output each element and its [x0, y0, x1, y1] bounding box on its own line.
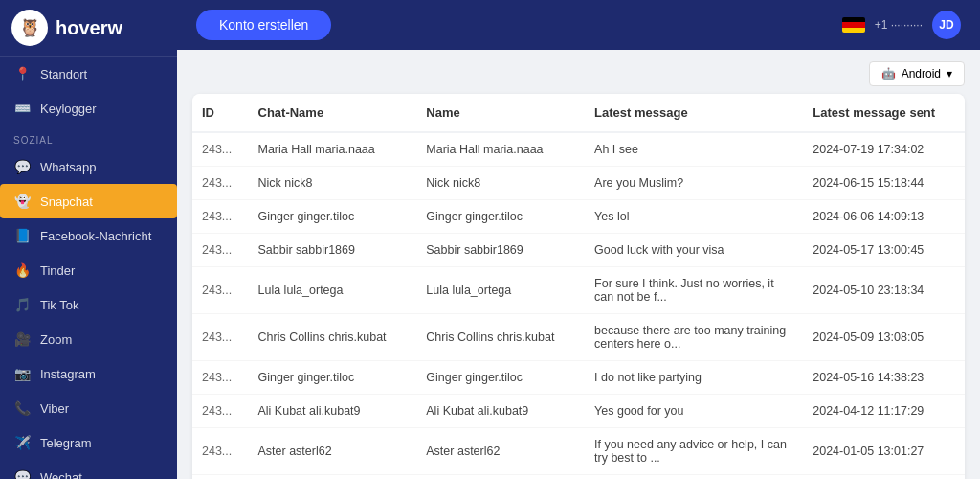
sidebar-item-instagram[interactable]: 📷 Instagram	[0, 356, 177, 391]
sidebar-item-tinder[interactable]: 🔥 Tinder	[0, 253, 177, 287]
cell-id: 243...	[192, 167, 249, 200]
location-icon: 📍	[13, 66, 31, 81]
sidebar: 🦉 hoverw 📍 Standort ⌨️ Keylogger SOZIAL …	[0, 0, 177, 479]
logo: 🦉 hoverw	[0, 0, 177, 57]
cell-chat-name: Sabbir sabbir1869	[249, 234, 417, 267]
sidebar-item-telegram[interactable]: ✈️ Telegram	[0, 425, 177, 460]
cell-id: 243...	[192, 428, 249, 475]
tinder-icon: 🔥	[13, 262, 31, 278]
sidebar-item-label: Whatsapp	[40, 160, 97, 174]
col-name: Name	[416, 94, 585, 132]
facebook-icon: 📘	[13, 228, 31, 243]
cell-sent: 2024-07-19 17:34:02	[803, 132, 965, 167]
sidebar-item-label: Keylogger	[40, 102, 97, 116]
owl-emoji: 🦉	[19, 17, 40, 38]
header: Konto erstellen +1 ·········· JD	[177, 0, 980, 50]
sidebar-item-tiktok[interactable]: 🎵 Tik Tok	[0, 287, 177, 322]
sidebar-item-label: Tinder	[40, 263, 75, 278]
cell-id: 243...	[192, 395, 249, 428]
flag-icon	[842, 17, 865, 33]
cell-message: Yes lol	[585, 200, 803, 234]
cell-chat-name: Aster asterl62	[249, 428, 417, 475]
cell-name: Chris Collins chris.kubat	[416, 314, 585, 361]
keyboard-icon: ⌨️	[13, 101, 31, 116]
table-row: 243... Nick nick8 Nick nick8 Are you Mus…	[192, 167, 965, 200]
sozial-section-label: SOZIAL	[0, 125, 177, 149]
cell-sent: 2024-05-09 13:08:05	[803, 314, 965, 361]
sidebar-item-wechat[interactable]: 💬 Wechat	[0, 460, 177, 479]
cell-id: 243...	[192, 132, 249, 167]
table-row: 243... Aster asterl62 Aster asterl62 If …	[192, 428, 965, 475]
cell-chat-name: Ginger ginger.tiloc	[249, 361, 417, 395]
cell-name: Ginger ginger.tiloc	[416, 200, 585, 234]
cell-message: If you need any advice or help, I can tr…	[585, 428, 803, 475]
sidebar-item-zoom[interactable]: 🎥 Zoom	[0, 322, 177, 356]
cell-name: Ali Kubat ali.kubat9	[416, 395, 585, 428]
sidebar-item-label: Tik Tok	[40, 298, 78, 312]
chevron-down-icon: ▾	[947, 67, 952, 80]
cell-message: Ah I see	[585, 132, 803, 167]
pagination-row: 10 25 50 Showing 1 - 9 of 9	[192, 475, 965, 479]
cell-id: 243...	[192, 267, 249, 314]
android-button[interactable]: 🤖 Android ▾	[869, 61, 965, 86]
logo-text: hoverw	[56, 17, 122, 39]
table-header-row: ID Chat-Name Name Latest message Latest …	[192, 94, 965, 132]
android-label: Android	[902, 67, 941, 80]
cell-message: Good luck with your visa	[585, 234, 803, 267]
cell-message: I do not like partying	[585, 361, 803, 395]
cell-name: Ginger ginger.tiloc	[416, 361, 585, 395]
cell-message: because there are too many training cent…	[585, 314, 803, 361]
table-row: 243... Ali Kubat ali.kubat9 Ali Kubat al…	[192, 395, 965, 428]
sidebar-item-label: Instagram	[40, 367, 96, 381]
messages-table-container: ID Chat-Name Name Latest message Latest …	[192, 94, 965, 479]
col-latest-message: Latest message	[585, 94, 803, 132]
cell-name: Maria Hall maria.naaa	[416, 132, 585, 167]
sidebar-item-viber[interactable]: 📞 Viber	[0, 391, 177, 425]
header-center: Konto erstellen	[196, 10, 331, 40]
cell-chat-name: Chris Collins chris.kubat	[249, 314, 417, 361]
table-row: 243... Ginger ginger.tiloc Ginger ginger…	[192, 361, 965, 395]
viber-icon: 📞	[13, 400, 31, 416]
avatar[interactable]: JD	[932, 11, 961, 39]
sidebar-item-keylogger[interactable]: ⌨️ Keylogger	[0, 91, 177, 125]
cell-sent: 2024-06-15 15:18:44	[803, 167, 965, 200]
sidebar-item-standort[interactable]: 📍 Standort	[0, 57, 177, 91]
cell-id: 243...	[192, 200, 249, 234]
cell-chat-name: Maria Hall maria.naaa	[249, 132, 417, 167]
col-chat-name: Chat-Name	[249, 94, 417, 132]
sidebar-item-whatsapp[interactable]: 💬 Whatsapp	[0, 149, 177, 184]
cell-sent: 2024-06-06 14:09:13	[803, 200, 965, 234]
cell-name: Nick nick8	[416, 167, 585, 200]
content-area: 🤖 Android ▾ ID Chat-Name Name Latest mes…	[177, 50, 980, 479]
table-row: 243... Chris Collins chris.kubat Chris C…	[192, 314, 965, 361]
sidebar-item-facebook[interactable]: 📘 Facebook-Nachricht	[0, 218, 177, 253]
wechat-icon: 💬	[13, 469, 31, 479]
instagram-icon: 📷	[13, 366, 31, 381]
konto-erstellen-button[interactable]: Konto erstellen	[196, 10, 331, 40]
cell-chat-name: Ali Kubat ali.kubat9	[249, 395, 417, 428]
toolbar-row: 🤖 Android ▾	[192, 61, 965, 86]
sidebar-item-label: Zoom	[40, 332, 72, 347]
col-id: ID	[192, 94, 249, 132]
cell-name: Sabbir sabbir1869	[416, 234, 585, 267]
cell-id: 243...	[192, 361, 249, 395]
telegram-icon: ✈️	[13, 435, 31, 450]
cell-sent: 2024-04-12 11:17:29	[803, 395, 965, 428]
table-row: 243... Lula lula_ortega Lula lula_ortega…	[192, 267, 965, 314]
sidebar-item-label: Viber	[40, 401, 69, 416]
cell-id: 243...	[192, 234, 249, 267]
col-latest-sent: Latest message sent	[803, 94, 965, 132]
whatsapp-icon: 💬	[13, 159, 31, 174]
sidebar-item-snapchat[interactable]: 👻 Snapchat	[0, 184, 177, 218]
main-area: Konto erstellen +1 ·········· JD 🤖 Andro…	[177, 0, 980, 479]
sidebar-item-label: Standort	[40, 67, 87, 81]
table-body: 243... Maria Hall maria.naaa Maria Hall …	[192, 132, 965, 475]
zoom-icon: 🎥	[13, 331, 31, 347]
sidebar-item-label: Facebook-Nachricht	[40, 229, 151, 243]
tiktok-icon: 🎵	[13, 297, 31, 312]
table-row: 243... Ginger ginger.tiloc Ginger ginger…	[192, 200, 965, 234]
android-icon: 🤖	[881, 67, 896, 80]
table-row: 243... Maria Hall maria.naaa Maria Hall …	[192, 132, 965, 167]
messages-table: ID Chat-Name Name Latest message Latest …	[192, 94, 965, 475]
cell-chat-name: Nick nick8	[249, 167, 417, 200]
